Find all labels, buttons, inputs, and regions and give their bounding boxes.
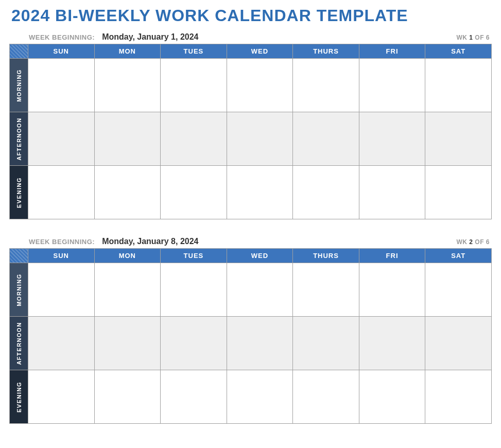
day-header-wed: WED: [227, 249, 293, 263]
day-header-thu: THURS: [293, 44, 359, 59]
slot[interactable]: [293, 59, 359, 112]
slot[interactable]: [425, 317, 492, 370]
period-label-morning: MORNING: [10, 263, 28, 317]
slot[interactable]: [94, 166, 161, 219]
slot[interactable]: [161, 112, 227, 166]
slot[interactable]: [94, 317, 161, 370]
day-header-wed: WED: [227, 44, 293, 59]
period-label-evening: EVENING: [10, 370, 28, 424]
week-number-indicator: WK 2 OF 6: [456, 238, 490, 246]
slot[interactable]: [227, 317, 293, 370]
slot[interactable]: [359, 166, 425, 219]
slot[interactable]: [293, 112, 359, 166]
period-text-morning: MORNING: [16, 69, 22, 102]
slot[interactable]: [161, 370, 227, 424]
slot[interactable]: [359, 112, 425, 166]
slot[interactable]: [227, 370, 293, 424]
week-beginning-label: WEEK BEGINNING:: [29, 33, 95, 41]
day-header-sat: SAT: [425, 249, 492, 263]
period-label-afternoon: AFTERNOON: [10, 112, 28, 166]
slot[interactable]: [359, 59, 425, 112]
afternoon-row: AFTERNOON: [10, 112, 492, 166]
page-title: 2024 BI-WEEKLY WORK CALENDAR TEMPLATE: [11, 6, 492, 25]
slot[interactable]: [425, 166, 492, 219]
calendar-table-1: SUN MON TUES WED THURS FRI SAT MORNING: [9, 44, 492, 219]
day-header-sat: SAT: [425, 44, 492, 59]
period-text-afternoon: AFTERNOON: [16, 322, 22, 365]
corner-cell: [10, 249, 28, 263]
period-text-afternoon: AFTERNOON: [16, 117, 22, 160]
day-header-tue: TUES: [161, 44, 227, 59]
slot[interactable]: [28, 59, 95, 112]
slot[interactable]: [28, 112, 95, 166]
wk-total: 6: [486, 238, 490, 246]
slot[interactable]: [28, 317, 95, 370]
slot[interactable]: [28, 370, 95, 424]
wk-prefix: WK: [456, 34, 469, 41]
wk-of: OF: [473, 238, 486, 246]
slot[interactable]: [425, 59, 492, 112]
slot[interactable]: [425, 370, 492, 424]
period-label-evening: EVENING: [10, 166, 28, 219]
period-label-morning: MORNING: [10, 59, 28, 112]
week-date: Monday, January 1, 2024: [102, 32, 456, 42]
period-text-morning: MORNING: [16, 273, 22, 306]
wk-prefix: WK: [456, 238, 469, 246]
slot[interactable]: [425, 263, 492, 317]
period-text-evening: EVENING: [16, 381, 22, 412]
day-header-fri: FRI: [359, 44, 425, 59]
week-number-indicator: WK 1 OF 6: [456, 34, 490, 41]
afternoon-row: AFTERNOON: [10, 317, 492, 370]
evening-row: EVENING: [10, 166, 492, 219]
day-header-fri: FRI: [359, 249, 425, 263]
slot[interactable]: [425, 112, 492, 166]
wk-of: OF: [473, 34, 486, 41]
week-block-1: WEEK BEGINNING: Monday, January 1, 2024 …: [9, 32, 492, 219]
corner-cell: [10, 44, 28, 59]
day-header-mon: MON: [94, 249, 161, 263]
slot[interactable]: [161, 263, 227, 317]
slot[interactable]: [293, 166, 359, 219]
slot[interactable]: [94, 370, 161, 424]
slot[interactable]: [94, 112, 161, 166]
slot[interactable]: [28, 166, 95, 219]
morning-row: MORNING: [10, 59, 492, 112]
evening-row: EVENING: [10, 370, 492, 424]
week-date: Monday, January 8, 2024: [102, 237, 456, 246]
slot[interactable]: [293, 370, 359, 424]
slot[interactable]: [227, 263, 293, 317]
day-header-mon: MON: [94, 44, 161, 59]
slot[interactable]: [293, 317, 359, 370]
period-text-evening: EVENING: [16, 177, 22, 208]
slot[interactable]: [359, 263, 425, 317]
slot[interactable]: [359, 317, 425, 370]
day-header-thu: THURS: [293, 249, 359, 263]
week-header: WEEK BEGINNING: Monday, January 1, 2024 …: [29, 32, 492, 42]
week-header: WEEK BEGINNING: Monday, January 8, 2024 …: [29, 237, 492, 246]
slot[interactable]: [293, 263, 359, 317]
slot[interactable]: [227, 112, 293, 166]
slot[interactable]: [94, 59, 161, 112]
day-header-sun: SUN: [28, 249, 95, 263]
slot[interactable]: [94, 263, 161, 317]
slot[interactable]: [227, 166, 293, 219]
day-header-tue: TUES: [161, 249, 227, 263]
calendar-table-2: SUN MON TUES WED THURS FRI SAT MORNING: [9, 248, 492, 424]
slot[interactable]: [28, 263, 95, 317]
day-header-sun: SUN: [28, 44, 95, 59]
period-label-afternoon: AFTERNOON: [10, 317, 28, 370]
week-beginning-label: WEEK BEGINNING:: [29, 238, 95, 246]
slot[interactable]: [161, 166, 227, 219]
slot[interactable]: [161, 59, 227, 112]
slot[interactable]: [359, 370, 425, 424]
slot[interactable]: [161, 317, 227, 370]
slot[interactable]: [227, 59, 293, 112]
morning-row: MORNING: [10, 263, 492, 317]
wk-total: 6: [486, 34, 490, 41]
week-block-2: WEEK BEGINNING: Monday, January 8, 2024 …: [9, 237, 492, 424]
